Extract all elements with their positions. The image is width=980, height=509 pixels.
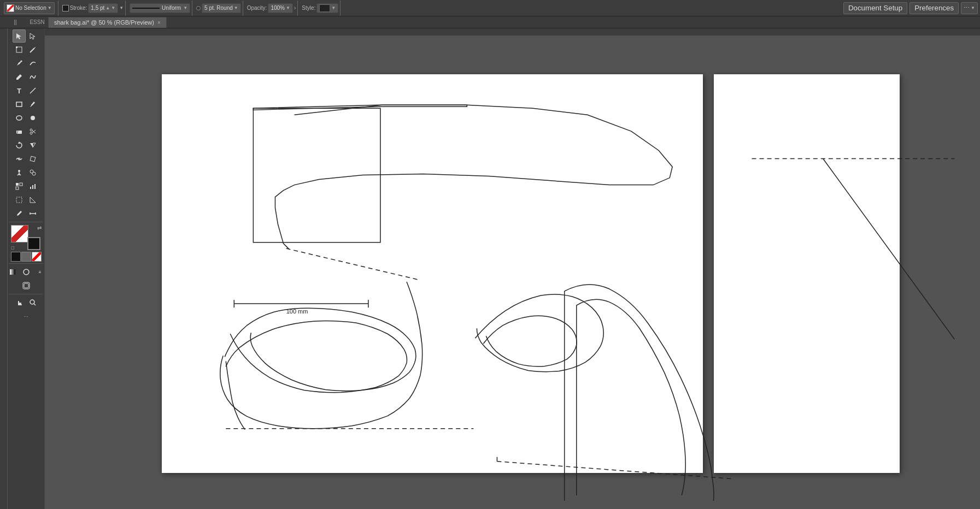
document-canvas[interactable]: 100 mm [52,36,980,509]
more-icon: ⋯ [964,4,970,11]
eyedropper-tools-row [13,207,39,220]
stroke-up-arrow[interactable]: ▲ [105,5,110,10]
tool-separator-3 [9,294,43,294]
style-dropdown-arrow: ▼ [331,5,336,10]
artboard-main [162,74,703,473]
chart-tool[interactable] [26,180,39,193]
svg-line-3 [34,47,36,48]
selection-tool[interactable] [13,29,26,43]
direct-selection-tool[interactable] [26,29,39,43]
opacity-expand[interactable]: › [294,5,296,11]
curvature-tool[interactable] [26,57,39,70]
transform-tools-row [13,43,39,56]
selection-dropdown[interactable]: No Selection ▼ [4,2,55,14]
hand-tool[interactable] [13,296,26,309]
more-options-button[interactable]: ⋯ ▼ [961,2,978,14]
artboard-tool-2[interactable] [13,193,26,206]
svg-point-12 [30,132,32,134]
pen-tool[interactable] [13,57,26,70]
fill-swatch[interactable] [11,225,28,242]
svg-rect-32 [16,197,22,203]
artboard-tool[interactable] [13,43,26,56]
gray-swatch[interactable] [21,252,31,262]
scale-tools-row [13,152,39,165]
svg-point-8 [31,116,35,120]
rectangle-tool[interactable] [13,98,26,111]
stroke-swatch-main[interactable] [27,237,40,250]
svg-rect-43 [24,283,28,288]
top-ruler [45,28,980,36]
puppet-warp-tool[interactable] [13,166,26,179]
none-swatch[interactable] [32,252,42,262]
style-label: Style: [302,5,315,11]
live-paint-tool[interactable] [13,180,26,193]
ellipse-tool[interactable] [13,111,26,125]
fill-size-dropdown[interactable]: 5 pt. Round ▼ [202,3,241,13]
stroke-swatch[interactable] [62,5,69,11]
svg-line-13 [32,131,36,133]
zoom-tool[interactable] [26,296,39,309]
none-fill-btn[interactable] [20,265,33,279]
type-tool[interactable]: T [13,84,26,97]
pencil-tool[interactable] [13,70,26,84]
warp-tool[interactable] [13,152,26,165]
canvas-area[interactable]: 100 mm [45,28,980,509]
preferences-button[interactable]: Preferences [909,2,959,14]
free-transform-tool[interactable] [26,152,39,165]
measure-tool[interactable] [26,207,39,220]
opacity-dropdown[interactable]: 100% ▼ [268,3,293,13]
svg-line-5 [30,88,36,93]
svg-point-4 [21,61,22,62]
eyedropper-tool[interactable] [13,207,26,220]
svg-rect-28 [16,187,19,190]
panel-toggle[interactable]: || [4,19,26,25]
fill-dot [196,6,201,10]
slice-tool[interactable] [26,193,39,206]
black-swatch[interactable] [11,252,21,262]
document-setup-button[interactable]: Document Setup [843,2,907,14]
gradient-tool[interactable] [8,265,19,279]
stroke-value-dropdown[interactable]: 1,5 pt ▲ ▼ [88,3,118,13]
style-dropdown[interactable]: ▼ [316,3,338,13]
swap-colors-button[interactable]: ⇄ [37,225,42,231]
opacity-dropdown-arrow: ▼ [286,5,290,10]
more-tools-row: ··· [20,310,33,323]
line-type-dropdown[interactable]: Uniform ▼ [130,3,190,13]
svg-text:≡: ≡ [38,270,41,275]
pattern-btn[interactable]: ≡ [33,265,45,279]
svg-line-2 [30,48,34,52]
pen-tools-row [13,57,39,70]
tools-panel: T [8,28,45,509]
line-tool[interactable] [26,84,39,97]
stroke-down-arrow[interactable]: ▼ [111,5,115,10]
document-tab[interactable]: shark bag.ai* @ 50 % (RGB/Preview) × [48,17,167,28]
blend-tools-row [20,279,33,292]
svg-point-20 [18,170,20,172]
color-swatch-area: ⇄ ◻ [11,225,42,250]
symbol-sprayer-tool[interactable] [20,279,33,292]
more-tools-button[interactable]: ··· [20,310,33,323]
magic-wand-tool[interactable] [26,43,39,56]
rotate-tool[interactable] [13,139,26,152]
svg-line-14 [32,130,36,133]
reflect-tool[interactable] [26,139,39,152]
svg-rect-31 [34,184,36,189]
svg-rect-30 [32,185,33,189]
shape-builder-tool[interactable] [26,166,39,179]
color-mode-row: ≡ [8,265,45,279]
blob-brush-tool[interactable] [26,111,39,125]
default-colors-button[interactable]: ◻ [11,245,15,250]
scissors-tool[interactable] [26,125,39,138]
line-type-arrow: ▼ [183,5,187,10]
shape-builder-row [13,166,39,179]
opacity-label: Opacity: [247,5,267,11]
smooth-tool[interactable] [26,70,39,84]
tab-bar: || ESSN shark bag.ai* @ 50 % (RGB/Previe… [0,16,980,28]
artboard-right [714,74,900,473]
tab-close-button[interactable]: × [157,20,161,26]
svg-point-11 [30,129,32,131]
eraser-tool[interactable] [13,125,26,138]
svg-point-44 [30,300,34,304]
svg-rect-27 [20,183,22,186]
paintbrush-tool[interactable] [26,98,39,111]
